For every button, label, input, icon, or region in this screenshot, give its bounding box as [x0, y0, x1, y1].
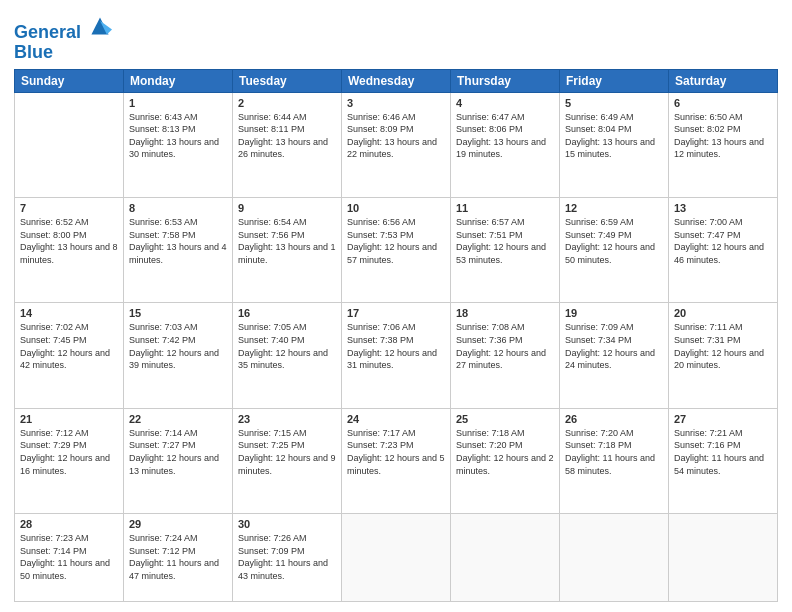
calendar-cell: 17Sunrise: 7:06 AMSunset: 7:38 PMDayligh… [342, 303, 451, 408]
day-number: 10 [347, 202, 445, 214]
calendar-cell: 15Sunrise: 7:03 AMSunset: 7:42 PMDayligh… [124, 303, 233, 408]
calendar-cell: 1Sunrise: 6:43 AMSunset: 8:13 PMDaylight… [124, 92, 233, 197]
header-row: SundayMondayTuesdayWednesdayThursdayFrid… [15, 69, 778, 92]
day-info: Sunrise: 7:09 AMSunset: 7:34 PMDaylight:… [565, 321, 663, 371]
day-info: Sunrise: 6:43 AMSunset: 8:13 PMDaylight:… [129, 111, 227, 161]
day-number: 23 [238, 413, 336, 425]
day-info: Sunrise: 6:56 AMSunset: 7:53 PMDaylight:… [347, 216, 445, 266]
day-number: 4 [456, 97, 554, 109]
day-number: 9 [238, 202, 336, 214]
day-info: Sunrise: 7:26 AMSunset: 7:09 PMDaylight:… [238, 532, 336, 582]
day-number: 1 [129, 97, 227, 109]
logo-text: General [14, 14, 112, 43]
day-number: 29 [129, 518, 227, 530]
weekday-header-wednesday: Wednesday [342, 69, 451, 92]
day-number: 6 [674, 97, 772, 109]
calendar-cell: 12Sunrise: 6:59 AMSunset: 7:49 PMDayligh… [560, 197, 669, 302]
day-info: Sunrise: 7:05 AMSunset: 7:40 PMDaylight:… [238, 321, 336, 371]
calendar-cell [15, 92, 124, 197]
day-number: 3 [347, 97, 445, 109]
day-number: 18 [456, 307, 554, 319]
calendar-cell: 27Sunrise: 7:21 AMSunset: 7:16 PMDayligh… [669, 408, 778, 513]
calendar-cell: 23Sunrise: 7:15 AMSunset: 7:25 PMDayligh… [233, 408, 342, 513]
calendar-cell: 13Sunrise: 7:00 AMSunset: 7:47 PMDayligh… [669, 197, 778, 302]
day-number: 17 [347, 307, 445, 319]
calendar-cell: 24Sunrise: 7:17 AMSunset: 7:23 PMDayligh… [342, 408, 451, 513]
day-info: Sunrise: 6:59 AMSunset: 7:49 PMDaylight:… [565, 216, 663, 266]
day-info: Sunrise: 6:44 AMSunset: 8:11 PMDaylight:… [238, 111, 336, 161]
day-number: 15 [129, 307, 227, 319]
calendar-cell: 2Sunrise: 6:44 AMSunset: 8:11 PMDaylight… [233, 92, 342, 197]
day-number: 5 [565, 97, 663, 109]
day-number: 25 [456, 413, 554, 425]
weekday-header-tuesday: Tuesday [233, 69, 342, 92]
day-number: 20 [674, 307, 772, 319]
calendar-cell: 6Sunrise: 6:50 AMSunset: 8:02 PMDaylight… [669, 92, 778, 197]
calendar-cell: 4Sunrise: 6:47 AMSunset: 8:06 PMDaylight… [451, 92, 560, 197]
day-info: Sunrise: 7:12 AMSunset: 7:29 PMDaylight:… [20, 427, 118, 477]
calendar: SundayMondayTuesdayWednesdayThursdayFrid… [14, 69, 778, 602]
calendar-cell: 9Sunrise: 6:54 AMSunset: 7:56 PMDaylight… [233, 197, 342, 302]
calendar-cell: 29Sunrise: 7:24 AMSunset: 7:12 PMDayligh… [124, 514, 233, 602]
calendar-cell: 5Sunrise: 6:49 AMSunset: 8:04 PMDaylight… [560, 92, 669, 197]
calendar-cell: 10Sunrise: 6:56 AMSunset: 7:53 PMDayligh… [342, 197, 451, 302]
day-number: 26 [565, 413, 663, 425]
day-info: Sunrise: 7:24 AMSunset: 7:12 PMDaylight:… [129, 532, 227, 582]
day-info: Sunrise: 7:23 AMSunset: 7:14 PMDaylight:… [20, 532, 118, 582]
calendar-cell: 14Sunrise: 7:02 AMSunset: 7:45 PMDayligh… [15, 303, 124, 408]
day-info: Sunrise: 7:00 AMSunset: 7:47 PMDaylight:… [674, 216, 772, 266]
logo-icon [88, 14, 112, 38]
calendar-cell: 28Sunrise: 7:23 AMSunset: 7:14 PMDayligh… [15, 514, 124, 602]
calendar-cell: 20Sunrise: 7:11 AMSunset: 7:31 PMDayligh… [669, 303, 778, 408]
calendar-cell [560, 514, 669, 602]
calendar-cell [669, 514, 778, 602]
page: General Blue SundayMondayTuesdayWednesda… [0, 0, 792, 612]
day-number: 13 [674, 202, 772, 214]
calendar-cell: 16Sunrise: 7:05 AMSunset: 7:40 PMDayligh… [233, 303, 342, 408]
calendar-cell: 18Sunrise: 7:08 AMSunset: 7:36 PMDayligh… [451, 303, 560, 408]
week-row-3: 14Sunrise: 7:02 AMSunset: 7:45 PMDayligh… [15, 303, 778, 408]
weekday-header-monday: Monday [124, 69, 233, 92]
day-number: 21 [20, 413, 118, 425]
weekday-header-sunday: Sunday [15, 69, 124, 92]
calendar-cell: 8Sunrise: 6:53 AMSunset: 7:58 PMDaylight… [124, 197, 233, 302]
day-number: 19 [565, 307, 663, 319]
day-info: Sunrise: 7:14 AMSunset: 7:27 PMDaylight:… [129, 427, 227, 477]
weekday-header-saturday: Saturday [669, 69, 778, 92]
calendar-cell: 11Sunrise: 6:57 AMSunset: 7:51 PMDayligh… [451, 197, 560, 302]
day-info: Sunrise: 7:02 AMSunset: 7:45 PMDaylight:… [20, 321, 118, 371]
logo-blue: Blue [14, 43, 112, 63]
day-info: Sunrise: 7:06 AMSunset: 7:38 PMDaylight:… [347, 321, 445, 371]
week-row-5: 28Sunrise: 7:23 AMSunset: 7:14 PMDayligh… [15, 514, 778, 602]
week-row-1: 1Sunrise: 6:43 AMSunset: 8:13 PMDaylight… [15, 92, 778, 197]
day-number: 14 [20, 307, 118, 319]
calendar-cell [342, 514, 451, 602]
day-info: Sunrise: 7:20 AMSunset: 7:18 PMDaylight:… [565, 427, 663, 477]
day-info: Sunrise: 6:47 AMSunset: 8:06 PMDaylight:… [456, 111, 554, 161]
calendar-cell [451, 514, 560, 602]
day-number: 2 [238, 97, 336, 109]
weekday-header-friday: Friday [560, 69, 669, 92]
day-number: 16 [238, 307, 336, 319]
day-info: Sunrise: 6:49 AMSunset: 8:04 PMDaylight:… [565, 111, 663, 161]
day-info: Sunrise: 6:54 AMSunset: 7:56 PMDaylight:… [238, 216, 336, 266]
day-info: Sunrise: 7:03 AMSunset: 7:42 PMDaylight:… [129, 321, 227, 371]
calendar-cell: 30Sunrise: 7:26 AMSunset: 7:09 PMDayligh… [233, 514, 342, 602]
calendar-cell: 22Sunrise: 7:14 AMSunset: 7:27 PMDayligh… [124, 408, 233, 513]
day-info: Sunrise: 7:21 AMSunset: 7:16 PMDaylight:… [674, 427, 772, 477]
weekday-header-thursday: Thursday [451, 69, 560, 92]
day-number: 11 [456, 202, 554, 214]
day-number: 7 [20, 202, 118, 214]
day-info: Sunrise: 7:11 AMSunset: 7:31 PMDaylight:… [674, 321, 772, 371]
calendar-cell: 21Sunrise: 7:12 AMSunset: 7:29 PMDayligh… [15, 408, 124, 513]
week-row-4: 21Sunrise: 7:12 AMSunset: 7:29 PMDayligh… [15, 408, 778, 513]
calendar-cell: 26Sunrise: 7:20 AMSunset: 7:18 PMDayligh… [560, 408, 669, 513]
logo: General Blue [14, 14, 112, 63]
calendar-cell: 25Sunrise: 7:18 AMSunset: 7:20 PMDayligh… [451, 408, 560, 513]
calendar-cell: 7Sunrise: 6:52 AMSunset: 8:00 PMDaylight… [15, 197, 124, 302]
day-number: 27 [674, 413, 772, 425]
day-number: 24 [347, 413, 445, 425]
day-info: Sunrise: 6:57 AMSunset: 7:51 PMDaylight:… [456, 216, 554, 266]
day-info: Sunrise: 6:50 AMSunset: 8:02 PMDaylight:… [674, 111, 772, 161]
day-info: Sunrise: 7:15 AMSunset: 7:25 PMDaylight:… [238, 427, 336, 477]
